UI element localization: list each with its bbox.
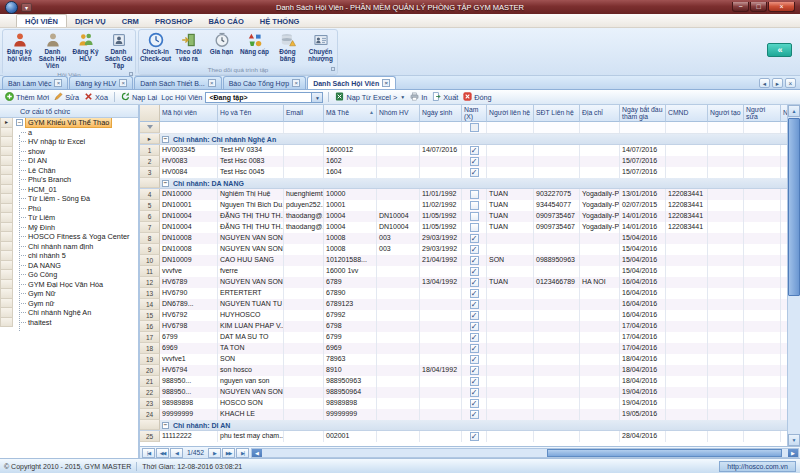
male-checkbox[interactable] [470, 267, 479, 276]
tab-bao-cao-tong-hop[interactable]: Báo Cáo Tổng Hợp× [223, 76, 307, 89]
male-checkbox[interactable] [470, 223, 479, 232]
tree-item-a[interactable]: a [0, 128, 138, 138]
ribbon-button-danh-sach-goi-tap[interactable]: Danh Sách Gói Tập [102, 30, 135, 70]
column-header-ngay-sinh[interactable]: Ngày sinh [420, 105, 462, 122]
toolbar-button-xoa[interactable]: Xóa [83, 92, 109, 103]
tree-item-gym-dai-hoc-van-hoa[interactable]: GYM Đại Học Văn Hóa [0, 280, 138, 290]
scroll-left-icon[interactable]: ◀ [252, 449, 262, 457]
male-checkbox[interactable] [470, 399, 479, 408]
table-row[interactable]: 15HV6792HUYHOSCO6799216/04/2016 [140, 310, 787, 321]
close-tab-icon[interactable]: × [54, 79, 62, 87]
tree-item-da-nang[interactable]: DA NANG [0, 261, 138, 271]
tree-item-hv-nhap-tu-excel[interactable]: HV nhập từ Excel [0, 137, 138, 147]
male-checkbox[interactable] [470, 146, 479, 155]
column-header-nguoi-sua[interactable]: Người sửa [744, 105, 781, 122]
menu-tab-dich-vu[interactable]: DỊCH VỤ [67, 15, 114, 27]
table-row[interactable]: 14DN6789...NGUYEN TUAN TU678912316/04/20… [140, 299, 787, 310]
filter-cell-nguoi-tao[interactable] [708, 122, 744, 133]
toolbar-button-nap-lai[interactable]: Nạp Lại [120, 92, 158, 103]
male-checkbox[interactable] [470, 245, 479, 254]
dialog-launcher-icon[interactable] [331, 67, 335, 71]
ribbon-button-danh-sach-hoi-vien[interactable]: Danh Sách Hội Viên [36, 30, 69, 70]
column-header-ho-va-ten[interactable]: Họ và Tên [218, 105, 284, 122]
filter-cell-sdt-lien-he[interactable] [534, 122, 580, 133]
tree-item-di-an[interactable]: DI AN [0, 156, 138, 166]
column-header-email[interactable]: Email [284, 105, 324, 122]
tab-danh-sach-thiet-b[interactable]: Danh Sách Thiết B...× [134, 76, 221, 89]
column-header-nam-x[interactable]: Nam (X) [462, 105, 487, 122]
filter-cell-ngay-sinh[interactable] [420, 122, 462, 133]
combo-dropdown-icon[interactable]: ▼ [311, 93, 322, 102]
app-orb-icon[interactable] [5, 1, 18, 14]
tab-ban-lam-viec[interactable]: Bàn Làm Việc× [2, 76, 68, 89]
tab-danh-sach-hoi-vien[interactable]: Danh Sách Hội Viên× [307, 76, 396, 89]
filter-cell-ho-va-ten[interactable] [218, 122, 284, 133]
tree-item-chi-nhanh-5[interactable]: chi nhánh 5 [0, 251, 138, 261]
collapse-group-icon[interactable]: − [162, 136, 169, 143]
collapse-node-icon[interactable]: − [16, 119, 23, 126]
menu-tab-bao-cao[interactable]: BÁO CÁO [200, 15, 251, 27]
table-row[interactable]: 9DN10008NGUYEN VAN SON1000800329/03/1992… [140, 244, 787, 255]
table-row[interactable]: 16HV6798KIM LUAN PHAP V...679817/04/2016 [140, 321, 787, 332]
ribbon-button-nang-cap[interactable]: Nâng cấp [238, 30, 271, 65]
maximize-button[interactable]: □ [750, 2, 767, 12]
collapse-group-icon[interactable]: − [162, 180, 169, 187]
tree-item-gym-nu[interactable]: Gym Nữ [0, 289, 138, 299]
ribbon-button-check-in-check-out[interactable]: Check-in Check-out [139, 30, 172, 65]
male-checkbox[interactable] [470, 278, 479, 287]
column-header-ma-hoi-vien[interactable]: Mã hội viên [160, 105, 218, 122]
table-row[interactable]: 176799DAT MA SU TO679917/04/2016 [140, 332, 787, 343]
close-tab-icon[interactable]: × [292, 79, 300, 87]
tree-item-hosco-fitness-yoga-center[interactable]: HOSCO Fitness & Yoga Center [0, 232, 138, 242]
filter-cell-nguoi-sua[interactable] [744, 122, 781, 133]
male-checkbox[interactable] [470, 234, 479, 243]
male-checkbox[interactable] [470, 300, 479, 309]
table-row[interactable]: 2398989898HOSCO SON9898989819/04/2016 [140, 398, 787, 409]
scroll-tabs-right-icon[interactable]: ▸ [772, 78, 783, 88]
tree-item-hcm-01[interactable]: HCM_01 [0, 185, 138, 195]
table-row[interactable]: 6DN10004ĐẶNG THỊ THU TH...thaodang@...10… [140, 211, 787, 222]
tree-root-row[interactable]: ▸−GYM Khiếu Vũ Thể Thao [0, 118, 138, 128]
column-header-ma-the[interactable]: Mã Thẻ▲ [324, 105, 377, 122]
toolbar-button-them-moi[interactable]: Thêm Mới [4, 92, 50, 103]
vertical-scroll-track[interactable] [788, 117, 800, 434]
toolbar-button-sua[interactable]: Sửa [53, 92, 80, 103]
vertical-scrollbar[interactable]: ▲ ▼ [787, 105, 800, 446]
nav-next-icon[interactable]: ▶▶ [222, 448, 235, 458]
filter-cell-email[interactable] [284, 122, 324, 133]
table-row[interactable]: 19vvvfve1SON7896318/04/2016 [140, 354, 787, 365]
toolbar-button-dong[interactable]: Đóng [462, 92, 492, 103]
table-row[interactable]: 2HV0083Test Hsc 0083160215/07/2016 [140, 156, 787, 167]
male-checkbox[interactable] [470, 377, 479, 386]
scroll-right-icon[interactable]: ▶ [788, 449, 798, 457]
table-row[interactable]: 5DN10001Nguyen Thi Bich Du...pduyen252..… [140, 200, 787, 211]
group-row[interactable]: −Chi nhánh: DA NANG [140, 178, 787, 189]
tree-item-le-chan[interactable]: Lê Chân [0, 166, 138, 176]
male-checkbox[interactable] [470, 157, 479, 166]
table-row[interactable]: 11vvvfvefverre16000 1vv15/04/2016 [140, 266, 787, 277]
toolbar-button-in[interactable]: In [409, 92, 428, 103]
tree-item-phu[interactable]: Phú [0, 204, 138, 214]
column-header-nhom-hv[interactable]: Nhóm HV [377, 105, 420, 122]
column-header-sdt-lien-he[interactable]: SĐT Liên hệ [534, 105, 580, 122]
group-row[interactable]: ▸−Chi nhánh: Chi nhánh Nghệ An [140, 134, 787, 145]
male-checkbox[interactable] [470, 410, 479, 419]
nav-prev-icon[interactable]: |◀ [142, 448, 155, 458]
quick-access-dropdown-icon[interactable]: ▾ [21, 3, 32, 12]
member-filter-combobox[interactable]: <Đang tập>▼ [205, 92, 323, 103]
male-checkbox[interactable] [470, 388, 479, 397]
filter-cell-ma-hoi-vien[interactable] [160, 122, 218, 133]
close-tab-list-icon[interactable]: × [785, 78, 796, 88]
table-row[interactable]: 1HV003345Test HV 0334160001214/07/201614… [140, 145, 787, 156]
tree-item-gym-nu[interactable]: Gym nữ [0, 299, 138, 309]
tab-dang-ky-hlv[interactable]: Đăng ký HLV× [69, 76, 133, 89]
male-checkbox[interactable] [470, 289, 479, 298]
nav-prev-icon[interactable]: ◀ [170, 448, 183, 458]
ribbon-button-dang-ky-hlv[interactable]: Đăng Ký HLV [69, 30, 102, 70]
table-row[interactable]: 13HV6790ERTERTERT6789016/04/2016 [140, 288, 787, 299]
table-row[interactable]: 10DN10009CAO HUU SANG101201588...21/04/1… [140, 255, 787, 266]
male-checkbox[interactable] [470, 333, 479, 342]
scroll-up-icon[interactable]: ▲ [788, 105, 800, 117]
tree-item-tu-liem[interactable]: Từ Liêm [0, 213, 138, 223]
scroll-down-icon[interactable]: ▼ [788, 434, 800, 446]
